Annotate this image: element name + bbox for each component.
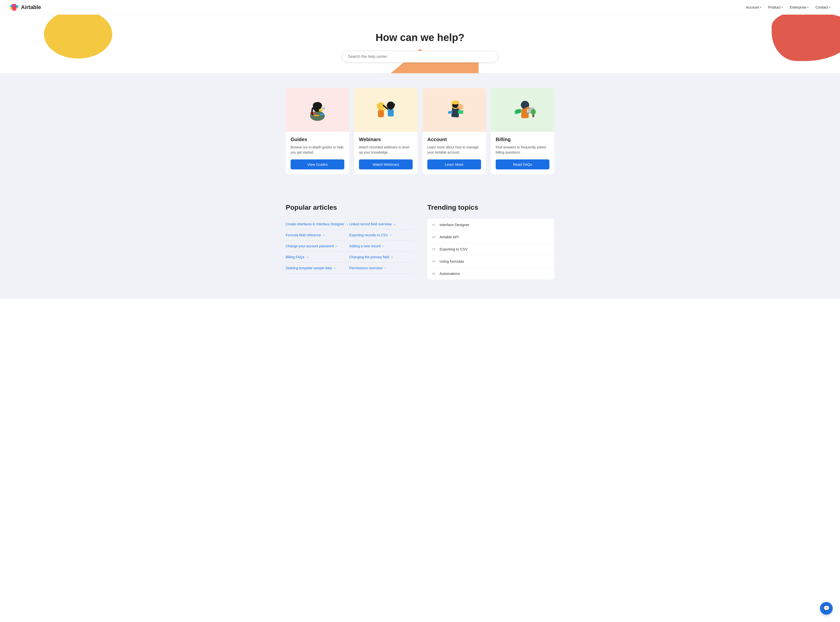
nav-product[interactable]: Product ▾	[768, 5, 783, 9]
svg-rect-7	[314, 115, 319, 116]
nav-account[interactable]: Account ▾	[746, 5, 761, 9]
trending-col: Trending topics #1 Interface Designer #2…	[427, 204, 554, 279]
svg-rect-15	[388, 109, 393, 116]
svg-point-21	[457, 104, 463, 110]
card-account: Account Learn more about how to manage y…	[422, 88, 486, 174]
card-desc-webinars: Watch recorded webinars to level up your…	[359, 145, 413, 155]
article-link-r1[interactable]: Exporting records to CSV →	[349, 230, 413, 241]
chevron-down-icon: ▾	[760, 6, 761, 9]
popular-articles-heading: Popular articles	[286, 204, 413, 211]
bottom-inner: Popular articles Create interfaces in In…	[286, 204, 554, 279]
card-image-billing	[491, 88, 554, 132]
site-header: Airtable Account ▾ Product ▾ Enterprise …	[0, 0, 840, 15]
webinars-illustration	[369, 93, 403, 127]
chevron-down-icon: ▾	[807, 6, 808, 9]
article-link-2[interactable]: Change your account password →	[286, 241, 349, 252]
trending-item-2[interactable]: #3 Exporting to CSV	[427, 243, 554, 255]
article-link-r4[interactable]: Permissions overview →	[349, 263, 413, 274]
svg-point-11	[313, 102, 322, 109]
card-desc-billing: Find answers to frequently asked billing…	[496, 145, 549, 155]
logo-text: Airtable	[21, 4, 41, 11]
learn-more-button[interactable]: Learn More	[427, 159, 481, 169]
svg-rect-10	[322, 107, 325, 109]
trending-list: #1 Interface Designer #2 Airtable API #3…	[427, 219, 554, 279]
bottom-section: Popular articles Create interfaces in In…	[0, 189, 840, 299]
svg-rect-2	[12, 4, 16, 11]
chevron-down-icon: ▾	[782, 6, 783, 9]
article-link-4[interactable]: Deleting template sample data →	[286, 263, 349, 274]
card-body-account: Account Learn more about how to manage y…	[422, 132, 486, 174]
cards-grid: Guides Browse our in-depth guides to hel…	[286, 88, 554, 174]
articles-right-col: Linked record field overview → Exporting…	[349, 219, 413, 274]
nav-contact[interactable]: Contact ▾	[815, 5, 830, 9]
watch-webinars-button[interactable]: Watch Webinars	[359, 159, 413, 169]
trending-rank-2: #3	[432, 248, 439, 251]
svg-rect-13	[378, 110, 384, 117]
trending-label-2: Exporting to CSV	[439, 247, 468, 251]
card-body-webinars: Webinars Watch recorded webinars to leve…	[354, 132, 418, 174]
hero-deco-red	[771, 15, 840, 61]
trending-label-1: Airtable API	[439, 235, 459, 239]
billing-illustration	[505, 93, 540, 127]
logo-area[interactable]: Airtable	[10, 3, 41, 12]
hero-deco-yellow	[44, 15, 112, 59]
card-guides: Guides Browse our in-depth guides to hel…	[286, 88, 349, 174]
trending-heading: Trending topics	[427, 204, 554, 211]
svg-point-22	[451, 101, 459, 104]
trending-rank-0: #1	[432, 223, 439, 226]
card-desc-guides: Browse our in-depth guides to help you g…	[291, 145, 344, 155]
article-link-r2[interactable]: Adding a new record →	[349, 241, 413, 252]
account-illustration	[437, 93, 471, 127]
card-billing: Billing Find answers to frequently asked…	[491, 88, 554, 174]
cards-section: Guides Browse our in-depth guides to hel…	[0, 73, 840, 189]
trending-item-3[interactable]: #4 Using formulas	[427, 255, 554, 268]
article-link-r0[interactable]: Linked record field overview →	[349, 219, 413, 230]
trending-label-3: Using formulas	[439, 259, 464, 264]
trending-item-1[interactable]: #2 Airtable API	[427, 231, 554, 243]
articles-grid: Create interfaces in Interface Designer …	[286, 219, 413, 274]
hero-section: How can we help?	[0, 15, 840, 73]
trending-rank-3: #4	[432, 260, 439, 263]
airtable-logo-icon	[10, 3, 18, 12]
view-guides-button[interactable]: View Guides	[291, 159, 344, 169]
search-input[interactable]	[342, 51, 498, 63]
card-title-account: Account	[427, 137, 481, 142]
card-title-billing: Billing	[496, 137, 549, 142]
guides-illustration	[300, 93, 335, 127]
articles-left-col: Create interfaces in Interface Designer …	[286, 219, 349, 274]
card-webinars: Webinars Watch recorded webinars to leve…	[354, 88, 418, 174]
trending-rank-4: #5	[432, 272, 439, 275]
article-link-0[interactable]: Create interfaces in Interface Designer …	[286, 219, 349, 230]
svg-rect-29	[515, 109, 521, 113]
card-body-guides: Guides Browse our in-depth guides to hel…	[286, 132, 349, 174]
card-image-guides	[286, 88, 349, 132]
chevron-down-icon: ▾	[829, 6, 830, 9]
card-title-guides: Guides	[291, 137, 344, 142]
read-faqs-button[interactable]: Read FAQs	[496, 159, 549, 169]
card-title-webinars: Webinars	[359, 137, 413, 142]
trending-item-4[interactable]: #5 Automations	[427, 268, 554, 279]
article-link-r3[interactable]: Changing the primary field →	[349, 252, 413, 263]
svg-rect-20	[457, 110, 463, 114]
trending-label-0: Interface Designer	[439, 223, 470, 227]
card-body-billing: Billing Find answers to frequently asked…	[491, 132, 554, 174]
trending-item-0[interactable]: #1 Interface Designer	[427, 219, 554, 231]
nav-enterprise[interactable]: Enterprise ▾	[790, 5, 808, 9]
article-link-1[interactable]: Formula field reference →	[286, 230, 349, 241]
main-nav: Account ▾ Product ▾ Enterprise ▾ Contact…	[746, 5, 830, 9]
svg-point-31	[531, 109, 536, 115]
trending-rank-1: #2	[432, 236, 439, 238]
card-desc-account: Learn more about how to manage your Airt…	[427, 145, 481, 155]
search-bar-wrap	[342, 51, 498, 63]
card-image-account	[422, 88, 486, 132]
card-image-webinars	[354, 88, 418, 132]
article-link-3[interactable]: Billing FAQs →	[286, 252, 349, 263]
hero-title: How can we help?	[375, 32, 465, 43]
trending-label-4: Automations	[439, 271, 460, 276]
svg-rect-6	[320, 113, 324, 115]
popular-articles-col: Popular articles Create interfaces in In…	[286, 204, 413, 279]
